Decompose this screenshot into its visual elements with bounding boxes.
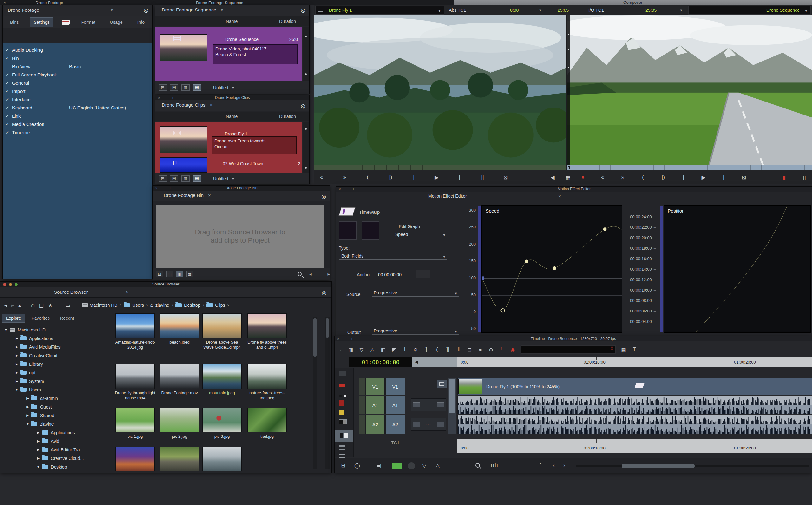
transport-button-6[interactable]: [ (456, 174, 463, 180)
settings-item[interactable]: ✓Full Screen Playback (3, 70, 152, 79)
right-monitor-menu[interactable]: Drone Sequence ▼ (688, 6, 811, 15)
clip-thumbnail-drone-fly-1[interactable] (160, 126, 207, 153)
window-controls[interactable]: × − + (156, 186, 173, 191)
script-view-icon[interactable]: ▥ (181, 85, 190, 91)
sequence-clip-thumbnail[interactable] (160, 34, 207, 61)
settings-item[interactable]: ✓Media Creation (3, 120, 152, 128)
video-view-icon[interactable]: ▣ (376, 463, 382, 469)
tree-item-zlavine[interactable]: ▼zlavine (0, 420, 111, 428)
list-view-icon[interactable]: ⊟ (156, 271, 163, 277)
file-item-drone-above-sea-wave-golde-d-mp4[interactable]: Drone above Sea Wave Golde...d.mp4 (202, 313, 242, 350)
effect-mode-icon[interactable] (339, 445, 346, 450)
frame-view-icon[interactable]: ▢ (166, 271, 173, 277)
a2-record-track-button[interactable]: A2 (366, 415, 385, 434)
file-item-amazing-nature-shot-2014-jpg[interactable]: Amazing-nature-shot-2014.jpg (115, 313, 156, 350)
a2-pan-volume-widget[interactable]: ··· (411, 418, 446, 431)
monitor-icon[interactable]: ▭ (65, 302, 70, 308)
settings-item[interactable]: ✓General (3, 79, 152, 87)
tab-drone-footage-clips[interactable]: Drone Footage Clips× (162, 102, 212, 108)
timeline-tool-7[interactable]: ⊘ (413, 347, 418, 353)
circle-tool-icon[interactable]: ◯ (354, 463, 360, 469)
source-monitor[interactable] (314, 15, 566, 165)
timeline-tool-10[interactable]: ][ (445, 347, 451, 352)
tab-source-browser[interactable]: Source Browser× (54, 289, 129, 295)
center-button-2[interactable]: ● (580, 174, 586, 180)
zoom-tool-icon[interactable] (475, 463, 480, 468)
v1-source-track-button[interactable]: V1 (385, 378, 405, 395)
timeline-panel-icon[interactable] (339, 370, 346, 376)
bin-scrollbar[interactable] (303, 27, 309, 80)
video-clip[interactable]: Drone Fly 1 (100% to 110% to 245%) (457, 378, 812, 395)
speed-keyframe-3[interactable] (553, 267, 556, 270)
chevron-down-icon[interactable]: ▼ (438, 9, 441, 13)
disclosure-icon[interactable]: ▶ (13, 371, 20, 374)
window-controls[interactable]: × − + (339, 186, 356, 192)
settings-tab-settings[interactable]: Settings (30, 17, 53, 27)
abs-tc-value[interactable]: 0:00 (510, 8, 519, 13)
disclosure-icon[interactable]: ▼ (24, 422, 31, 426)
clips-window-strip[interactable]: × − + Drone Footage Clips (156, 95, 309, 100)
clip-name[interactable]: Drone Fly 1 (225, 131, 247, 136)
window-controls[interactable]: × − + (158, 95, 175, 100)
view-tab-favorites[interactable]: Favorites (28, 314, 54, 322)
file-item-pic-1-jpg[interactable]: pic 1.jpg (115, 407, 156, 439)
record-transport-button-10[interactable]: ▯ (801, 174, 808, 181)
tree-item-avid[interactable]: ▶Avid (0, 437, 111, 445)
close-icon[interactable]: × (558, 193, 561, 199)
pan-icon[interactable] (437, 402, 444, 407)
settings-item[interactable]: ✓Interface (3, 95, 152, 104)
settings-tab-info[interactable]: Info (134, 18, 148, 27)
abs-tc-label[interactable]: Abs TC1 (449, 8, 466, 13)
up-icon[interactable]: ▴ (18, 302, 21, 308)
file-thumbnail[interactable] (116, 364, 155, 389)
tree-item-library[interactable]: ▶Library (0, 360, 111, 368)
track-scrollbar[interactable] (448, 378, 456, 434)
fast-menu-icon[interactable]: ◎ (322, 290, 327, 296)
transport-button-5[interactable]: ▶ (434, 174, 440, 181)
sequence-clip-name[interactable]: Drone Sequence (225, 37, 258, 42)
settings-tab-usage[interactable]: Usage (107, 18, 126, 27)
bin-scrollbar[interactable] (303, 122, 309, 173)
timeline-tool-13[interactable]: ≍ (477, 347, 483, 353)
video-quality-icon[interactable] (339, 419, 347, 425)
master-timecode-display[interactable]: 01:00:00:00 (349, 357, 412, 367)
view-tab-recent[interactable]: Recent (56, 314, 78, 322)
timeline-tool-5[interactable]: ◩ (391, 347, 397, 353)
trim-mode-icon[interactable] (339, 454, 346, 455)
file-thumbnail[interactable] (202, 313, 242, 338)
settings-titlebar[interactable]: Drone Footage × ◎ (3, 5, 152, 16)
toggle-source-record-button[interactable] (335, 430, 353, 442)
record-transport-button-8[interactable]: ≣ (761, 174, 767, 181)
fast-menu-icon[interactable]: ◎ (144, 7, 149, 14)
timeline-tool-3[interactable]: △ (370, 347, 375, 353)
zoom-traffic-light[interactable] (15, 283, 18, 286)
disclosure-icon[interactable]: ▶ (24, 405, 31, 408)
disclosure-icon[interactable]: ▶ (13, 354, 20, 357)
io-tc-label[interactable]: I/O TC1 (588, 8, 604, 13)
tree-item-shared[interactable]: ▶Shared (0, 411, 111, 420)
drag-drop-area[interactable]: Drag from Source Browser to add clips to… (156, 205, 324, 268)
tab-drone-footage-sequence[interactable]: Drone Footage Sequence× (162, 7, 224, 12)
file-thumbnail[interactable] (247, 407, 287, 433)
tree-item-creative-cloud-[interactable]: ▶Creative Cloud... (0, 454, 111, 463)
output-dropdown[interactable]: Progressive ▼ (372, 327, 459, 335)
tree-item-users[interactable]: ▼Users (0, 385, 111, 394)
chevron-down-icon[interactable]: ▼ (804, 9, 808, 13)
file-thumbnail[interactable] (160, 407, 199, 433)
timeline-tool-0[interactable]: ≈ (337, 347, 343, 352)
a2-source-track-button[interactable]: A2 (385, 415, 405, 434)
tree-item-macintosh-hd[interactable]: ▼Macintosh HD (0, 325, 111, 334)
tree-grid-divider[interactable] (112, 313, 112, 472)
file-thumbnail[interactable] (116, 447, 155, 471)
disclosure-icon[interactable]: ▶ (13, 345, 20, 349)
column-name[interactable]: Name (226, 114, 238, 119)
tree-item-cs-admin[interactable]: ▶cs-admin (0, 394, 111, 402)
record-transport-button-0[interactable]: « (600, 174, 606, 180)
disclosure-icon[interactable]: ▶ (35, 431, 42, 434)
file-thumbnail[interactable] (202, 447, 242, 471)
blob-tool-icon[interactable] (408, 463, 415, 470)
scroll-left-icon[interactable]: ◂ (309, 271, 312, 277)
record-transport-button-1[interactable]: » (620, 174, 626, 180)
effect-preview-1[interactable] (339, 221, 357, 240)
disclosure-icon[interactable]: ▶ (24, 396, 31, 400)
